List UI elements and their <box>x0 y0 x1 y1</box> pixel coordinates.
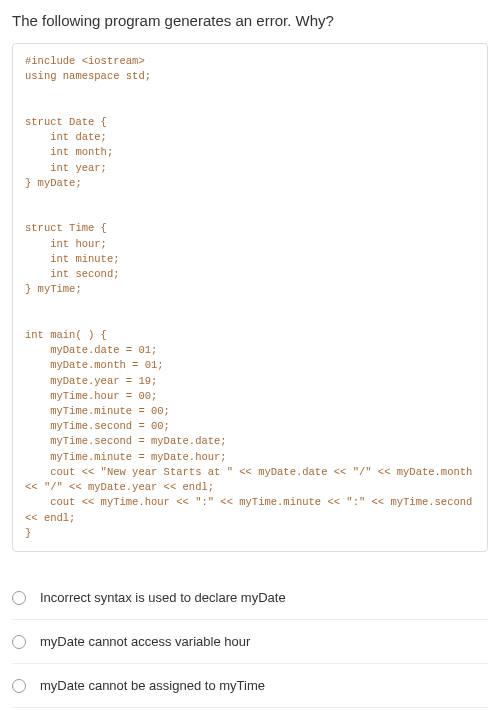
radio-icon <box>12 591 26 605</box>
option-1[interactable]: myDate cannot access variable hour <box>12 620 488 664</box>
option-2[interactable]: myDate cannot be assigned to myTime <box>12 664 488 708</box>
code-block: #include <iostream> using namespace std;… <box>12 43 488 552</box>
options-list: Incorrect syntax is used to declare myDa… <box>12 576 488 710</box>
radio-icon <box>12 679 26 693</box>
option-label: Incorrect syntax is used to declare myDa… <box>40 590 286 605</box>
radio-icon <box>12 635 26 649</box>
option-0[interactable]: Incorrect syntax is used to declare myDa… <box>12 576 488 620</box>
option-label: myDate cannot be assigned to myTime <box>40 678 265 693</box>
option-label: myDate cannot access variable hour <box>40 634 250 649</box>
question-title: The following program generates an error… <box>12 12 488 29</box>
